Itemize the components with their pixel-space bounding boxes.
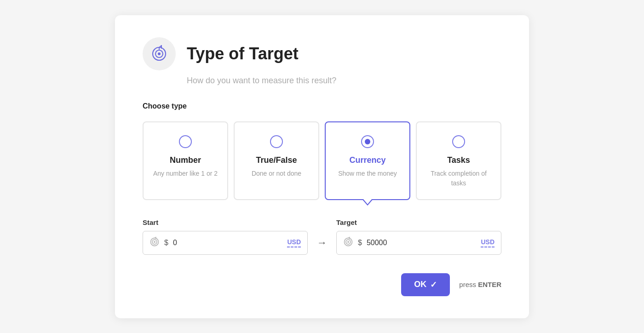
type-card-currency[interactable]: Currency Show me the money: [325, 121, 410, 200]
start-label: Start: [143, 218, 308, 226]
type-desc-truefalse: Done or not done: [252, 169, 301, 178]
target-icon: [150, 45, 168, 63]
radio-tasks: [452, 135, 465, 148]
target-label: Target: [336, 218, 501, 226]
type-card-number[interactable]: Number Any number like 1 or 2: [143, 121, 228, 200]
type-name-tasks: Tasks: [447, 155, 470, 165]
type-name-truefalse: True/False: [256, 155, 297, 165]
radio-currency: [361, 135, 374, 148]
type-name-number: Number: [170, 155, 201, 165]
target-value-input[interactable]: [367, 239, 477, 247]
start-currency-symbol: $: [164, 239, 168, 247]
page-title: Type of Target: [187, 44, 299, 63]
radio-inner-currency: [365, 139, 370, 144]
target-currency-symbol: $: [358, 239, 362, 247]
check-icon: ✓: [430, 280, 437, 290]
start-input-field: $ USD: [143, 231, 308, 255]
subtitle: How do you want to measure this result?: [187, 76, 501, 86]
header: Type of Target: [143, 37, 501, 70]
target-icon-circle: [143, 37, 176, 70]
radio-truefalse: [270, 135, 283, 148]
target-input-field: $ USD: [336, 231, 501, 255]
svg-point-13: [347, 241, 349, 243]
start-group: Start $ USD: [143, 218, 308, 255]
target-currency-badge[interactable]: USD: [481, 238, 494, 247]
start-currency-badge[interactable]: USD: [287, 238, 301, 247]
type-desc-tasks: Track completion of tasks: [424, 169, 493, 188]
type-name-currency: Currency: [349, 155, 385, 165]
main-card: Type of Target How do you want to measur…: [115, 15, 529, 318]
target-field-icon: [343, 237, 353, 249]
svg-point-8: [154, 241, 155, 243]
svg-point-2: [158, 52, 161, 55]
arrow-icon: →: [317, 237, 327, 249]
type-options: Number Any number like 1 or 2 True/False…: [143, 121, 501, 200]
type-desc-currency: Show me the money: [338, 169, 397, 178]
footer-row: OK ✓ press ENTER: [143, 273, 501, 296]
inputs-row: Start $ USD → Target: [143, 218, 501, 255]
start-field-icon: [150, 237, 160, 249]
radio-number: [179, 135, 192, 148]
ok-button[interactable]: OK ✓: [401, 273, 450, 296]
type-desc-number: Any number like 1 or 2: [153, 169, 218, 178]
type-card-truefalse[interactable]: True/False Done or not done: [234, 121, 319, 200]
type-card-tasks[interactable]: Tasks Track completion of tasks: [416, 121, 501, 200]
choose-type-label: Choose type: [143, 102, 501, 110]
target-group: Target $ USD: [336, 218, 501, 255]
ok-label: OK: [414, 280, 426, 289]
press-enter-hint: press ENTER: [459, 281, 501, 288]
start-value-input[interactable]: [173, 239, 283, 247]
